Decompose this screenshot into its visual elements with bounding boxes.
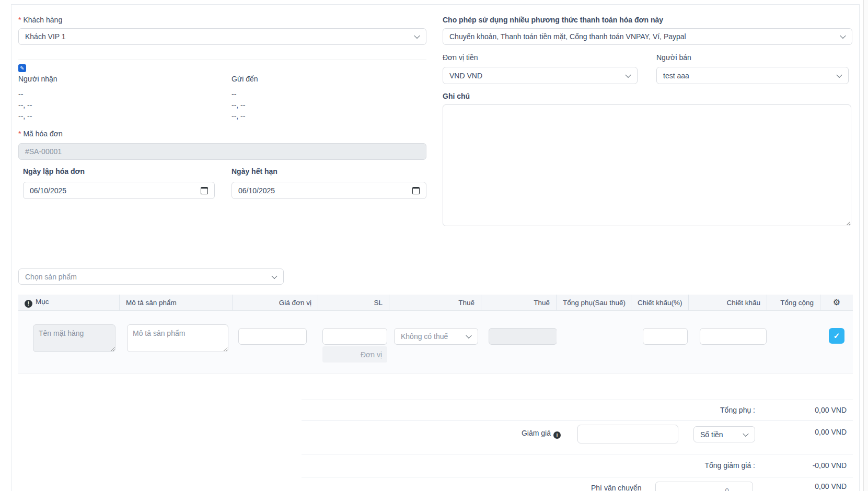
recipient-address-line: -- [18, 89, 32, 100]
customer-label: *Khách hàng [18, 16, 62, 24]
recipient-address-line: --, -- [18, 111, 32, 122]
total-discount-label: Tổng giảm giá : [705, 461, 756, 470]
col-header-unit-price: Giá đơn vị [233, 295, 318, 311]
discount-label: Giảm giái [522, 429, 561, 439]
check-icon: ✓ [834, 331, 840, 341]
customer-select-value: Khách VIP 1 [25, 32, 66, 41]
unit-price-input[interactable] [238, 328, 307, 345]
due-date-label: Ngày hết hạn [232, 167, 277, 176]
col-header-settings: ⚙ [820, 295, 853, 311]
chevron-down-icon [625, 72, 631, 77]
item-name-textarea[interactable] [33, 324, 115, 352]
col-header-discount: Chiết khấu [689, 295, 767, 311]
chevron-down-icon [840, 33, 846, 39]
chevron-down-icon [271, 273, 277, 278]
discount-amount-input[interactable] [700, 328, 767, 345]
discount-type-value: Số tiền [700, 430, 723, 439]
send-to-address: -- --, -- --, -- [232, 89, 245, 122]
send-to-address-line: --, -- [232, 111, 245, 122]
info-icon: i [553, 431, 561, 439]
invoice-date-input[interactable]: 06/10/2025 [23, 182, 215, 199]
subtotal-row: Tổng phụ : 0,00 VND [302, 400, 853, 420]
gear-icon[interactable]: ⚙ [833, 298, 840, 307]
product-select[interactable]: Chọn sản phẩm [18, 268, 284, 285]
confirm-item-button[interactable]: ✓ [829, 328, 844, 344]
discount-row: Giảm giái Số tiền 0,00 VND [302, 420, 853, 454]
col-header-tax: Thuế [389, 295, 481, 311]
recipient-address: -- --, -- --, -- [18, 89, 32, 122]
payment-methods-label: Cho phép sử dụng nhiều phương thức thanh… [443, 16, 663, 24]
discount-value: 0,00 VND [815, 428, 847, 436]
new-item-row: Đơn vị Không có thuế ✓ [18, 311, 853, 373]
total-discount-row: Tổng giảm giá : -0,00 VND [302, 454, 853, 477]
discount-input[interactable] [577, 425, 678, 443]
alert-icon: ! [25, 300, 32, 308]
due-date-input[interactable]: 06/10/2025 [232, 182, 426, 199]
shipping-value: 0,00 VND [815, 482, 847, 490]
subtotal-label: Tổng phụ : [720, 406, 755, 414]
discount-type-select[interactable]: Số tiền [693, 426, 755, 442]
seller-select-value: test aaa [663, 72, 689, 80]
chevron-down-icon [414, 33, 420, 39]
notes-textarea[interactable] [443, 104, 851, 226]
currency-select[interactable]: VND VND [443, 67, 638, 84]
col-header-quantity: SL [318, 295, 389, 311]
invoice-date-value: 06/10/2025 [30, 186, 66, 195]
tax-select-value: Không có thuế [401, 332, 448, 341]
chevron-down-icon [466, 333, 471, 338]
col-header-description: Mô tả sản phẩm [120, 295, 233, 311]
col-header-total: Tổng cộng [767, 295, 820, 311]
currency-label: Đơn vị tiền [443, 53, 478, 62]
payment-methods-select[interactable]: Chuyển khoản, Thanh toán tiền mặt, Cổng … [443, 28, 852, 45]
tax-amount-input [489, 328, 557, 345]
recipient-label: Người nhận [18, 75, 57, 83]
shipping-row: Phí vận chuyển 0,00 VND [302, 477, 853, 491]
customer-select[interactable]: Khách VIP 1 [18, 28, 426, 45]
total-discount-value: -0,00 VND [813, 461, 847, 470]
seller-select[interactable]: test aaa [656, 67, 849, 84]
shipping-fee-input[interactable] [655, 482, 753, 491]
calendar-icon[interactable] [201, 187, 208, 194]
send-to-address-line: -- [232, 89, 245, 100]
send-to-address-line: --, -- [232, 100, 245, 111]
page-scrollbar[interactable] [863, 0, 868, 491]
edit-recipient-button[interactable]: ✎ [18, 64, 26, 72]
seller-label: Người bán [656, 53, 691, 62]
invoice-code-input: #SA-00001 [18, 143, 426, 160]
items-table-header-row: !Mục Mô tả sản phẩm Giá đơn vị SL Thuế T… [18, 295, 853, 311]
recipient-address-line: --, -- [18, 100, 32, 111]
item-description-textarea[interactable] [127, 324, 228, 352]
divider [18, 60, 426, 60]
quantity-input[interactable] [322, 328, 387, 345]
invoice-code-value: #SA-00001 [25, 147, 62, 156]
product-select-placeholder: Chọn sản phẩm [25, 273, 77, 281]
due-date-value: 06/10/2025 [238, 186, 275, 195]
col-header-discount-percent: Chiết khấu(%) [631, 295, 689, 311]
pencil-icon: ✎ [20, 66, 24, 71]
invoice-items-table: !Mục Mô tả sản phẩm Giá đơn vị SL Thuế T… [18, 295, 853, 373]
shipping-label: Phí vận chuyển [591, 484, 642, 491]
notes-label: Ghi chú [443, 92, 470, 100]
discount-percent-input[interactable] [643, 328, 688, 345]
col-header-tax-amount: Thuế [481, 295, 557, 311]
chevron-down-icon [743, 430, 748, 436]
currency-select-value: VND VND [449, 72, 482, 80]
tax-select[interactable]: Không có thuế [394, 328, 478, 345]
col-header-subtotal-after-tax: Tổng phụ(Sau thuế) [557, 295, 631, 311]
send-to-label: Gửi đến [232, 75, 258, 83]
invoice-date-label: Ngày lập hóa đơn [23, 167, 85, 176]
unit-button[interactable]: Đơn vị [322, 346, 387, 363]
calendar-icon[interactable] [412, 187, 420, 194]
required-asterisk: * [18, 130, 21, 138]
required-asterisk: * [18, 16, 21, 24]
subtotal-value: 0,00 VND [815, 406, 847, 414]
chevron-down-icon [836, 72, 842, 77]
col-header-item: !Mục [18, 295, 120, 311]
invoice-code-label: *Mã hóa đơn [18, 130, 63, 138]
payment-methods-select-value: Chuyển khoản, Thanh toán tiền mặt, Cổng … [449, 32, 686, 41]
